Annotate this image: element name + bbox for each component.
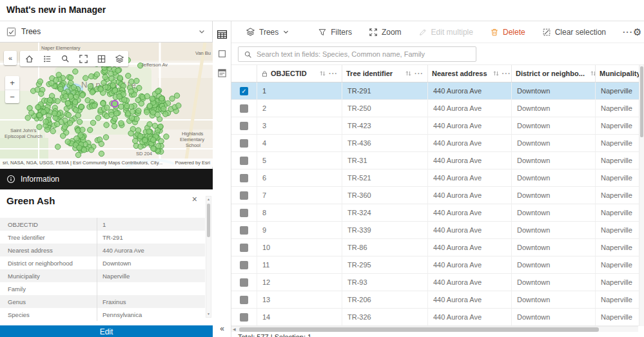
legend-button[interactable] xyxy=(38,51,56,66)
table-row[interactable]: 6TR-521440 Aurora AveDowntownNaperville xyxy=(231,169,644,187)
attribute-row: Nearest address440 Aurora Ave xyxy=(0,244,205,256)
gear-icon[interactable]: ⚙ xyxy=(633,26,644,38)
row-checkbox[interactable] xyxy=(240,244,248,252)
zoom-out-button[interactable]: − xyxy=(5,90,19,103)
table-layer-label: Trees xyxy=(259,28,278,37)
delete-button[interactable]: Delete xyxy=(490,28,525,37)
scrollbar-thumb[interactable] xyxy=(239,327,599,332)
table-row[interactable]: 5TR-31440 Aurora AveDowntownNaperville xyxy=(231,152,644,169)
sort-icon[interactable] xyxy=(319,70,326,77)
home-button[interactable] xyxy=(20,51,38,66)
scroll-left-icon[interactable]: ◀ xyxy=(233,327,236,332)
row-checkbox[interactable] xyxy=(240,191,248,200)
header-municipality[interactable]: Municipality xyxy=(596,65,644,82)
table-cell: Downtown xyxy=(512,117,596,134)
row-checkbox[interactable] xyxy=(240,278,248,287)
map-view[interactable]: Naperville Naper ElementaryVan BuJeffers… xyxy=(0,43,213,167)
table-row[interactable]: 3TR-423440 Aurora AveDowntownNaperville xyxy=(231,117,644,135)
header-objectid[interactable]: OBJECTID ··· xyxy=(257,65,342,82)
table-row[interactable]: 12TR-93440 Aurora AveDowntownNaperville xyxy=(231,274,644,291)
header-nearest-address[interactable]: Nearest address ··· xyxy=(428,65,512,82)
header-tree-identifier[interactable]: Tree identifier ··· xyxy=(342,65,428,82)
row-checkbox[interactable] xyxy=(240,104,248,113)
table-row[interactable]: 10TR-86440 Aurora AveDowntownNaperville xyxy=(231,239,644,256)
basemap-icon xyxy=(97,54,106,64)
vertical-scrollbar[interactable] xyxy=(639,65,644,326)
view-strip: « xyxy=(213,21,231,337)
table-search-box[interactable] xyxy=(238,46,476,62)
table-row[interactable]: ✓1TR-291440 Aurora AveDowntownNaperville xyxy=(231,82,644,100)
clear-selection-button[interactable]: Clear selection xyxy=(542,28,606,37)
horizontal-scrollbar[interactable]: ◀ xyxy=(231,326,638,332)
table-view-button[interactable] xyxy=(213,24,231,44)
close-icon[interactable]: × xyxy=(192,194,197,204)
row-checkbox[interactable] xyxy=(240,139,248,148)
attribute-label: Nearest address xyxy=(0,247,97,254)
column-menu-icon[interactable]: ··· xyxy=(415,70,424,77)
information-panel-header[interactable]: Information xyxy=(0,169,213,189)
sort-icon[interactable] xyxy=(590,70,596,77)
table-cell: 440 Aurora Ave xyxy=(428,135,512,151)
chevron-down-icon xyxy=(282,28,289,35)
trash-icon xyxy=(490,28,499,37)
table-cell: 13 xyxy=(257,291,342,308)
attribute-label: Species xyxy=(0,311,97,318)
row-checkbox-cell xyxy=(231,309,257,325)
row-checkbox[interactable] xyxy=(240,157,248,165)
table-search-input[interactable] xyxy=(257,50,471,58)
row-checkbox[interactable] xyxy=(240,209,248,217)
table-cell: 2 xyxy=(257,100,342,117)
column-menu-icon[interactable]: ··· xyxy=(502,70,511,77)
row-checkbox[interactable] xyxy=(240,313,248,322)
table-layer-dropdown[interactable]: Trees xyxy=(246,27,289,37)
table-row[interactable]: 2TR-250440 Aurora AveDowntownNaperville xyxy=(231,100,644,117)
row-checkbox[interactable] xyxy=(240,174,248,182)
edit-button[interactable]: Edit xyxy=(0,325,213,337)
row-checkbox-cell xyxy=(231,152,257,169)
panel-view-button[interactable] xyxy=(213,44,231,63)
table-cell: TR-326 xyxy=(342,309,428,325)
table-cell: Naperville xyxy=(596,291,644,308)
header-select-column[interactable] xyxy=(231,65,257,82)
zoom-to-selection-button[interactable]: Zoom xyxy=(369,28,402,37)
row-checkbox[interactable] xyxy=(240,296,248,304)
attribute-label: Genus xyxy=(0,298,97,305)
table-row[interactable]: 14TR-326440 Aurora AveDowntownNaperville xyxy=(231,309,644,326)
sort-icon[interactable] xyxy=(405,70,412,77)
form-view-button[interactable] xyxy=(213,63,231,82)
table-row[interactable]: 13TR-206440 Aurora AveDowntownNaperville xyxy=(231,291,644,309)
attribute-value xyxy=(97,282,205,295)
table-row[interactable]: 7TR-360440 Aurora AveDowntownNaperville xyxy=(231,187,644,204)
row-checkbox[interactable] xyxy=(240,226,248,235)
layer-list-button[interactable] xyxy=(110,51,128,66)
scrollbar-thumb[interactable] xyxy=(207,204,210,237)
table-row[interactable]: 11TR-295440 Aurora AveDowntownNaperville xyxy=(231,256,644,274)
table-row[interactable]: 8TR-324440 Aurora AveDowntownNaperville xyxy=(231,204,644,222)
selected-tree-marker[interactable] xyxy=(112,101,118,107)
table-cell: 12 xyxy=(257,274,342,291)
layer-selector[interactable]: Trees xyxy=(0,21,212,43)
row-checkbox[interactable]: ✓ xyxy=(240,87,248,95)
column-menu-icon[interactable]: ··· xyxy=(329,70,338,77)
attribute-label: District or neighborhood xyxy=(0,260,97,267)
collapse-table-button[interactable]: « xyxy=(213,324,231,333)
sort-icon[interactable] xyxy=(493,70,500,77)
scroll-up-icon[interactable]: ▲ xyxy=(206,197,211,202)
scrollbar-thumb[interactable] xyxy=(640,66,643,137)
table-row[interactable]: 4TR-436440 Aurora AveDowntownNaperville xyxy=(231,135,644,152)
layer-checkbox-icon xyxy=(6,27,16,37)
scroll-down-icon[interactable]: ▼ xyxy=(206,311,211,317)
zoom-in-button[interactable]: + xyxy=(5,76,19,90)
filters-button[interactable]: Filters xyxy=(318,28,352,37)
table-row[interactable]: 9TR-339440 Aurora AveDowntownNaperville xyxy=(231,222,644,239)
basemap-button[interactable] xyxy=(92,51,110,66)
header-district[interactable]: District or neighbo... ··· xyxy=(512,65,596,82)
row-checkbox[interactable] xyxy=(240,261,248,269)
more-options-button[interactable]: ··· xyxy=(623,27,633,37)
map-collapse-button[interactable]: « xyxy=(4,51,17,65)
extent-button[interactable] xyxy=(74,51,92,66)
feature-panel-scrollbar[interactable]: ▲ ▼ xyxy=(206,196,211,318)
table-cell: Downtown xyxy=(512,100,596,117)
row-checkbox[interactable] xyxy=(240,122,248,130)
map-search-button[interactable] xyxy=(56,51,74,66)
